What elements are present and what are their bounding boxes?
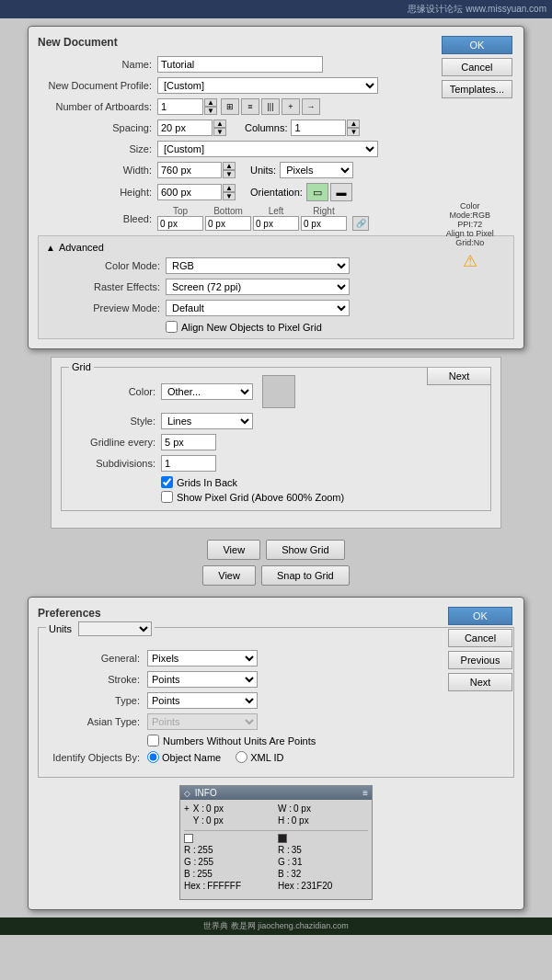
columns-up[interactable]: ▲ (347, 120, 360, 128)
no-units-label: Numbers Without Units Are Points (163, 735, 316, 746)
bleed-left-input[interactable] (253, 216, 299, 231)
info-menu-icon[interactable]: ≡ (362, 788, 368, 798)
snap-to-grid-row: View Snap to Grid (202, 565, 349, 586)
pref-ok-button[interactable]: OK (448, 607, 512, 625)
artboards-up[interactable]: ▲ (204, 98, 217, 107)
advanced-header[interactable]: ▲ Advanced (46, 242, 506, 253)
profile-select[interactable]: [Custom] (157, 77, 378, 94)
view-button-1[interactable]: View (207, 540, 260, 560)
align-checkbox[interactable] (166, 321, 178, 333)
xml-id-radio[interactable] (236, 751, 247, 763)
width-up[interactable]: ▲ (223, 162, 236, 170)
raster-label: Raster Effects: (46, 281, 166, 292)
bleed-left-label: Left (269, 206, 284, 216)
remove-artboard-btn[interactable]: → (302, 98, 320, 115)
arrange-col-btn[interactable]: ||| (261, 98, 280, 115)
height-up[interactable]: ▲ (223, 184, 236, 192)
size-row: Size: [Custom] (38, 141, 514, 157)
columns-input-group: ▲ ▼ (291, 120, 360, 136)
info-r1-cell: R : 255 (184, 845, 274, 855)
bleed-bottom-input[interactable] (205, 216, 251, 231)
object-name-radio-label[interactable]: Object Name (147, 751, 221, 763)
info-divider (184, 830, 368, 831)
b1-key: B : (184, 869, 195, 879)
identify-radio-group: Object Name XML ID (147, 751, 283, 763)
link-bleed-btn[interactable]: 🔗 (352, 216, 369, 231)
height-down[interactable]: ▼ (223, 192, 236, 200)
artboards-down[interactable]: ▼ (204, 107, 217, 115)
size-select[interactable]: [Custom] (157, 141, 378, 157)
r1-key: R : (184, 845, 196, 855)
pref-type-select[interactable]: Points (147, 692, 258, 709)
bleed-label: Bleed: (38, 213, 157, 224)
info-panel: ◇ INFO ≡ + X : 0 px + Y : 0 px (179, 785, 373, 900)
colormode-select[interactable]: RGB (166, 257, 350, 274)
pref-stroke-select[interactable]: Points (147, 671, 258, 688)
info-r2-cell: R : 35 (278, 845, 368, 855)
width-input[interactable] (157, 162, 222, 178)
info-xy-wh-row: + X : 0 px + Y : 0 px W : 0 px (184, 803, 368, 827)
preview-select[interactable]: Default (166, 300, 350, 316)
width-label: Width: (38, 165, 157, 176)
show-grid-button[interactable]: Show Grid (266, 540, 344, 560)
grids-in-back-checkbox[interactable] (161, 476, 173, 488)
height-input[interactable] (157, 184, 222, 200)
r2-key: R : (278, 845, 290, 855)
xml-id-radio-label[interactable]: XML ID (236, 751, 283, 763)
grid-style-row: Style: Lines (69, 413, 483, 429)
units-select[interactable]: Pixels (280, 162, 353, 178)
warning-icon: ⚠ (442, 251, 499, 271)
grid-color-label: Color: (69, 386, 161, 397)
grid-color-select[interactable]: Other... (161, 383, 253, 400)
bleed-right-input[interactable] (301, 216, 347, 231)
swatch1[interactable] (184, 834, 193, 843)
snap-to-grid-button[interactable]: Snap to Grid (261, 565, 350, 586)
cancel-button[interactable]: Cancel (442, 58, 512, 76)
bleed-top-input[interactable] (157, 216, 203, 231)
arrange-grid-btn[interactable]: ⊞ (221, 98, 239, 115)
artboards-row: Number of Artboards: ▲ ▼ ⊞ ≡ ||| + → (38, 98, 514, 115)
arrange-row-btn[interactable]: ≡ (241, 98, 259, 115)
name-label: Name: (38, 59, 157, 70)
advanced-arrow-icon: ▲ (46, 243, 55, 253)
dialog-buttons: OK Cancel Templates... Color Mode:RGB PP… (442, 36, 512, 98)
width-down[interactable]: ▼ (223, 170, 236, 178)
subdivisions-input[interactable] (161, 455, 216, 472)
artboards-spinner: ▲ ▼ (204, 98, 217, 115)
align-checkbox-row: Align New Objects to Pixel Grid (166, 321, 506, 333)
spacing-down[interactable]: ▼ (213, 128, 226, 136)
portrait-btn[interactable]: ▭ (306, 183, 328, 201)
grid-color-preview[interactable] (262, 375, 295, 408)
show-pixel-grid-checkbox[interactable] (161, 491, 173, 503)
pref-asian-type-label: Asian Type: (46, 716, 147, 727)
size-label: Size: (38, 143, 157, 154)
gridline-input[interactable] (161, 434, 216, 450)
name-input[interactable] (157, 56, 323, 73)
ok-button[interactable]: OK (442, 36, 512, 54)
info-hex2-cell: Hex : 231F20 (278, 881, 368, 891)
units-label-text: Units (49, 623, 72, 634)
info-wh-col: W : 0 px H : 0 px (278, 803, 368, 827)
artboards-input[interactable] (157, 98, 203, 115)
columns-down[interactable]: ▼ (347, 128, 360, 136)
templates-button[interactable]: Templates... (442, 80, 512, 98)
columns-input[interactable] (291, 120, 346, 136)
raster-select[interactable]: Screen (72 ppi) (166, 279, 350, 295)
object-name-radio[interactable] (147, 751, 159, 763)
b2-key: B : (278, 869, 289, 879)
pref-general-select[interactable]: Pixels (147, 650, 258, 667)
info-content: + X : 0 px + Y : 0 px W : 0 px (180, 800, 372, 899)
spacing-input[interactable] (157, 120, 213, 136)
identify-objects-row: Identify Objects By: Object Name XML ID (46, 751, 506, 763)
add-artboard-btn[interactable]: + (282, 98, 300, 115)
landscape-btn[interactable]: ▬ (330, 183, 352, 201)
info-g1-cell: G : 255 (184, 857, 274, 867)
spacing-up[interactable]: ▲ (213, 120, 226, 128)
swatch2[interactable] (278, 834, 287, 843)
orientation-label: Orientation: (250, 187, 303, 198)
show-grid-row: View Show Grid (207, 540, 344, 560)
grid-style-select[interactable]: Lines (161, 413, 253, 429)
view-button-2[interactable]: View (202, 565, 256, 586)
units-profile-select[interactable] (78, 621, 152, 636)
no-units-checkbox[interactable] (147, 735, 159, 746)
